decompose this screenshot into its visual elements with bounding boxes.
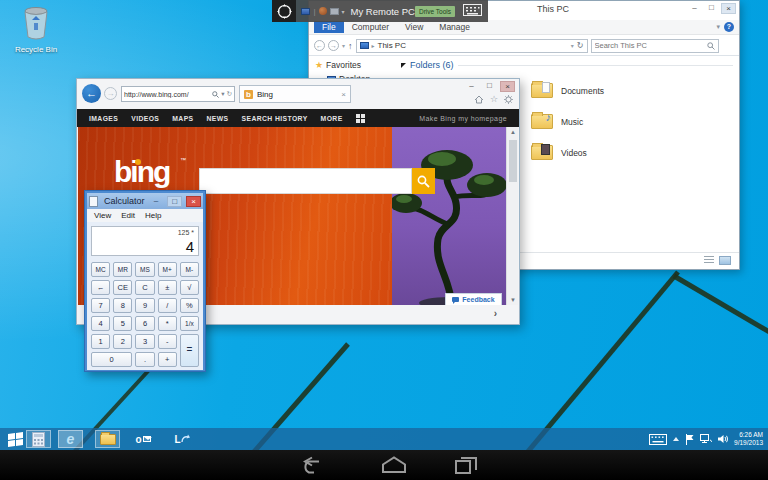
key-sqrt[interactable]: √: [180, 280, 199, 295]
search-input[interactable]: [595, 41, 707, 50]
ie-close-button[interactable]: ×: [500, 81, 515, 92]
bing-search-box[interactable]: [199, 168, 412, 194]
volume-icon[interactable]: [718, 434, 728, 444]
key-backspace[interactable]: ←: [91, 280, 110, 295]
key-plus[interactable]: +: [158, 352, 177, 367]
ie-tab-close-icon[interactable]: ×: [341, 90, 346, 99]
key-equals[interactable]: =: [180, 334, 199, 367]
folder-item-videos[interactable]: Videos: [531, 137, 604, 168]
homepage-promo-link[interactable]: Make Bing my homepage: [419, 115, 507, 122]
tab-file[interactable]: File: [314, 21, 344, 33]
key-decimal[interactable]: .: [135, 352, 154, 367]
key-3[interactable]: 3: [135, 334, 154, 349]
tab-view[interactable]: View: [397, 21, 431, 33]
ie-scrollbar[interactable]: ▲ ▼: [506, 127, 518, 306]
folder-item-music[interactable]: ♪ Music: [531, 106, 604, 137]
key-divide[interactable]: /: [158, 298, 177, 313]
key-4[interactable]: 4: [91, 316, 110, 331]
key-mc[interactable]: MC: [91, 262, 110, 277]
keyboard-toggle-button[interactable]: [463, 2, 482, 20]
up-icon[interactable]: ↑: [348, 41, 353, 51]
nav-search-history[interactable]: SEARCH HISTORY: [242, 115, 308, 122]
scroll-thumb[interactable]: [509, 140, 517, 182]
qat-dropdown-icon[interactable]: ▾: [342, 8, 345, 15]
menu-edit[interactable]: Edit: [121, 211, 135, 220]
refresh-icon[interactable]: ↻: [577, 41, 584, 50]
bing-search-input[interactable]: [200, 169, 411, 193]
sidebar-item-favorites[interactable]: ★ Favorites: [315, 60, 393, 70]
nav-more[interactable]: MORE: [321, 115, 343, 122]
calculator-maximize-button[interactable]: □: [167, 196, 182, 207]
key-ms[interactable]: MS: [135, 262, 154, 277]
network-icon[interactable]: [700, 434, 712, 444]
ie-search-icon[interactable]: [212, 91, 219, 98]
nav-news[interactable]: NEWS: [207, 115, 229, 122]
thumbnail-view-icon[interactable]: [719, 256, 731, 265]
scroll-up-icon[interactable]: ▲: [507, 127, 519, 138]
key-mminus[interactable]: M-: [180, 262, 199, 277]
address-dropdown-icon[interactable]: ▾: [571, 42, 574, 49]
menu-help[interactable]: Help: [145, 211, 161, 220]
tab-computer[interactable]: Computer: [344, 21, 397, 33]
drive-tools-tab[interactable]: Drive Tools: [415, 6, 455, 17]
ie-address-bar[interactable]: http://www.bing.com/ ▾ ↻: [121, 86, 235, 102]
key-9[interactable]: 9: [135, 298, 154, 313]
calculator-close-button[interactable]: ×: [186, 196, 201, 207]
key-mr[interactable]: MR: [113, 262, 132, 277]
ie-back-button[interactable]: ←: [82, 84, 101, 103]
help-icon[interactable]: ?: [724, 22, 734, 32]
ie-forward-button[interactable]: →: [104, 87, 117, 100]
android-recents-button[interactable]: [446, 454, 486, 476]
favorites-icon[interactable]: ☆: [490, 95, 498, 104]
show-hidden-icons-button[interactable]: [673, 437, 679, 441]
nav-maps[interactable]: MAPS: [172, 115, 193, 122]
taskbar-calculator[interactable]: [26, 430, 51, 448]
key-mplus[interactable]: M+: [158, 262, 177, 277]
recycle-bin[interactable]: Recycle Bin: [8, 6, 64, 54]
back-icon[interactable]: ←: [314, 40, 325, 51]
key-ce[interactable]: CE: [113, 280, 132, 295]
key-c[interactable]: C: [135, 280, 154, 295]
explorer-close-button[interactable]: ×: [721, 3, 736, 14]
taskbar-clock[interactable]: 6:26 AM 9/19/2013: [734, 431, 766, 447]
ribbon-expand-icon[interactable]: ▾: [716, 23, 720, 31]
key-0[interactable]: 0: [91, 352, 132, 367]
qat-properties-icon[interactable]: [319, 7, 327, 15]
bing-search-button[interactable]: [412, 168, 435, 194]
pan-dpad-button[interactable]: [272, 0, 296, 22]
details-view-icon[interactable]: [704, 256, 714, 265]
apps-grid-icon[interactable]: [356, 114, 365, 123]
ie-minimize-button[interactable]: –: [464, 81, 479, 92]
qat-folder-icon[interactable]: [330, 8, 339, 15]
ie-address-dropdown-icon[interactable]: ▾: [221, 90, 224, 98]
address-bar[interactable]: ▸ This PC ▾ ↻: [356, 39, 588, 53]
key-6[interactable]: 6: [135, 316, 154, 331]
taskbar-file-explorer[interactable]: [95, 430, 120, 448]
android-home-button[interactable]: [374, 454, 414, 476]
touch-keyboard-icon[interactable]: [649, 434, 667, 445]
qat-computer-icon[interactable]: [301, 8, 310, 15]
explorer-maximize-button[interactable]: □: [704, 3, 719, 14]
taskbar-internet-explorer[interactable]: e: [58, 430, 83, 448]
folder-item-documents[interactable]: Documents: [531, 75, 604, 106]
nav-videos[interactable]: VIDEOS: [131, 115, 159, 122]
key-multiply[interactable]: *: [158, 316, 177, 331]
ie-maximize-button[interactable]: □: [482, 81, 497, 92]
taskbar-lync[interactable]: L: [170, 430, 194, 448]
key-2[interactable]: 2: [113, 334, 132, 349]
key-reciprocal[interactable]: 1/x: [180, 316, 199, 331]
ie-tab-bing[interactable]: b Bing ×: [239, 85, 351, 103]
taskbar-outlook[interactable]: o: [131, 430, 155, 448]
history-dropdown-icon[interactable]: ▾: [342, 42, 345, 49]
key-percent[interactable]: %: [180, 298, 199, 313]
key-5[interactable]: 5: [113, 316, 132, 331]
key-negate[interactable]: ±: [158, 280, 177, 295]
action-center-flag-icon[interactable]: [685, 434, 694, 445]
menu-view[interactable]: View: [94, 211, 111, 220]
nav-images[interactable]: IMAGES: [89, 115, 118, 122]
key-minus[interactable]: -: [158, 334, 177, 349]
start-button[interactable]: [3, 430, 27, 448]
key-1[interactable]: 1: [91, 334, 110, 349]
key-8[interactable]: 8: [113, 298, 132, 313]
calculator-minimize-button[interactable]: –: [148, 196, 163, 207]
